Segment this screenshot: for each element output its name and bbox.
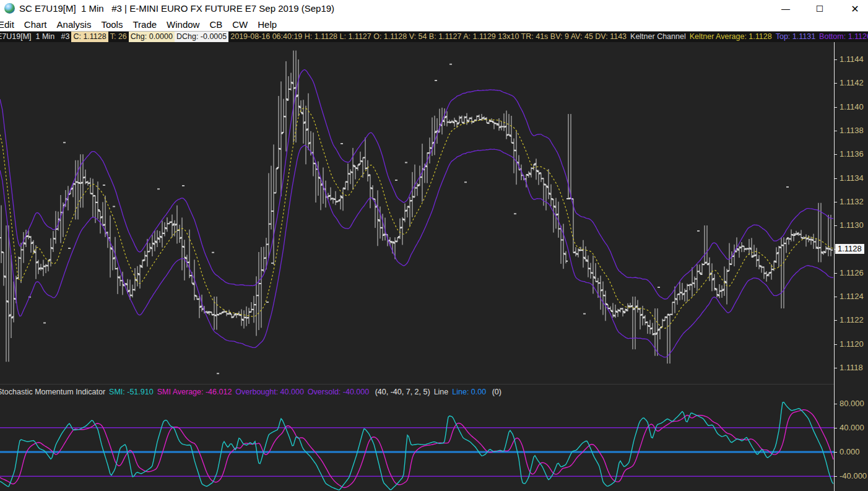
status-bar: E7U19[M] 1 Min #3C: 1.1128T: 26Chg: 0.00…: [0, 32, 868, 42]
status-segment-8: Top: 1.1131: [774, 32, 817, 42]
status-segment-5: 2019-08-16 06:40:19 H: 1.1128 L: 1.1127 …: [228, 32, 628, 42]
smi-segment-5: (40, -40, 7, 2, 5): [371, 386, 432, 398]
price-axis-tick: [834, 83, 837, 84]
status-segment-1: C: 1.1128: [71, 32, 108, 42]
smi-axis-label: -40.000: [840, 471, 867, 480]
ohlc-bar-wicks: [1, 51, 831, 364]
menu-item-window[interactable]: Window: [162, 19, 204, 30]
price-axis-tick: [834, 368, 837, 368]
price-axis-label: 1.1142: [840, 78, 864, 87]
price-axis-label: 1.1134: [840, 173, 864, 183]
panel-divider: [0, 384, 834, 385]
price-axis-label: 1.1138: [840, 126, 864, 135]
price-axis-tick: [834, 202, 837, 202]
menu-item-trade[interactable]: Trade: [128, 19, 162, 30]
price-axis-tick: [834, 225, 837, 226]
smi-segment-7: Line: 0.00: [450, 386, 488, 398]
price-axis-label: 1.1124: [840, 292, 864, 301]
price-axis-tick: [834, 59, 837, 60]
current-price-label: 1.1128: [835, 244, 864, 254]
menu-item-analysis[interactable]: Analysis: [52, 19, 97, 30]
price-axis-tick: [834, 131, 837, 131]
smi-segment-6: Line: [432, 386, 451, 398]
smi-segment-3: Overbought: 40.000: [233, 386, 306, 398]
stray-trade-dots: [28, 64, 789, 374]
smi-segment-2: SMI Average: -46.012: [155, 386, 234, 398]
app-globe-icon: [4, 3, 15, 14]
menu-item-cw[interactable]: CW: [227, 19, 253, 30]
smi-axis-label: 40.000: [840, 423, 864, 432]
smi-segment-1: SMI: -51.910: [107, 386, 155, 398]
status-segment-2: T: 26: [108, 32, 129, 42]
minimize-button[interactable]: —: [775, 1, 796, 16]
menu-bar: EditChartAnalysisToolsTradeWindowCBCWHel…: [0, 17, 868, 32]
price-axis-tick: [834, 154, 837, 155]
price-axis-tick: [834, 344, 837, 345]
maximize-button[interactable]: ☐: [809, 1, 830, 16]
smi-axis-tick: [834, 428, 837, 428]
smi-label-row: Stochastic Momentum IndicatorSMI: -51.91…: [0, 386, 834, 398]
main-chart-canvas[interactable]: [0, 42, 834, 384]
price-axis-label: 1.1130: [840, 220, 864, 230]
price-axis-tick: [834, 178, 837, 179]
price-axis-label: 1.1122: [840, 315, 864, 324]
price-axis-tick: [834, 107, 837, 108]
status-segment-7: Keltner Average: 1.1128: [688, 32, 774, 42]
price-axis-line: [834, 42, 835, 491]
price-axis-label: 1.1140: [840, 102, 864, 111]
status-segment-9: Bottom: 1.1126: [817, 32, 868, 42]
menu-item-cb[interactable]: CB: [204, 19, 227, 30]
status-segment-4: DChg: -0.0005: [175, 32, 228, 42]
price-axis-tick: [834, 320, 837, 321]
price-axis-label: 1.1136: [840, 149, 864, 159]
title-bar: SC E7U19[M] 1 Min #3 | E-MINI EURO FX FU…: [0, 0, 868, 17]
menu-item-chart[interactable]: Chart: [19, 19, 52, 30]
smi-axis-tick: [834, 404, 837, 404]
status-segment-3: Chg: 0.0000: [129, 32, 175, 42]
price-axis-label: 1.1120: [840, 339, 864, 349]
menu-item-tools[interactable]: Tools: [96, 19, 128, 30]
keltner-bottom-band: [0, 146, 833, 357]
price-axis-tick: [834, 297, 837, 297]
smi-axis-label: 0.000: [840, 447, 860, 456]
price-axis-label: 1.1144: [840, 54, 864, 64]
smi-axis-tick: [834, 476, 837, 477]
status-segment-6: Keltner Channel: [628, 32, 688, 42]
smi-axis-tick: [834, 452, 837, 453]
price-axis-label: 1.1126: [840, 268, 864, 277]
menu-item-edit[interactable]: Edit: [0, 19, 19, 30]
smi-segment-4: Oversold: -40.000: [306, 386, 371, 398]
smi-panel-canvas[interactable]: [0, 399, 834, 491]
price-axis-tick: [834, 273, 837, 274]
smi-segment-8: (0): [488, 386, 503, 398]
price-axis-label: 1.1132: [840, 197, 864, 206]
price-axis-label: 1.1118: [840, 363, 863, 372]
smi-axis-label: 80.000: [840, 399, 864, 408]
sierra-chart-window: SC E7U19[M] 1 Min #3 | E-MINI EURO FX FU…: [0, 0, 868, 491]
close-button[interactable]: ✕: [844, 1, 866, 16]
keltner-average-line: [0, 108, 833, 328]
smi-segment-0: Stochastic Momentum Indicator: [0, 386, 107, 398]
window-title: SC E7U19[M] 1 Min #3 | E-MINI EURO FX FU…: [19, 3, 334, 14]
ohlc-open-close-ticks: [0, 82, 833, 334]
status-segment-0: E7U19[M] 1 Min #3: [0, 32, 71, 42]
menu-item-help[interactable]: Help: [253, 19, 282, 30]
